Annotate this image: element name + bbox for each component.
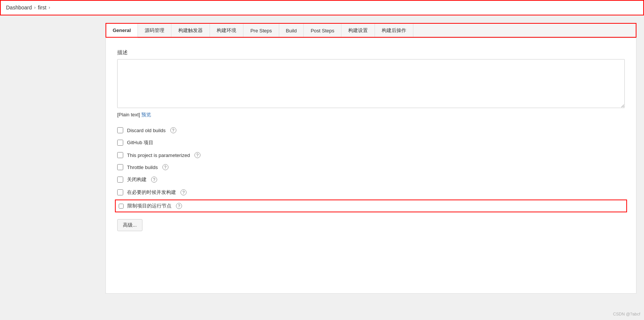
tab-pre-steps[interactable]: Pre Steps [243,23,279,38]
checkbox-row-concurrent: 在必要的时候并发构建 ? [117,189,625,196]
help-icon-concurrent[interactable]: ? [181,189,187,195]
preview-link[interactable]: 预览 [141,112,151,117]
checkboxes-section: Discard old builds ? GitHub 项目 This proj… [117,127,625,210]
tab-build-trigger[interactable]: 构建触发器 [171,23,210,38]
help-icon-close-build[interactable]: ? [151,177,157,183]
checkbox-throttle-builds[interactable] [117,164,123,170]
checkbox-label-parameterized[interactable]: This project is parameterized [127,152,190,158]
checkbox-label-github[interactable]: GitHub 项目 [127,139,153,146]
description-label: 描述 [117,49,625,56]
help-icon-restrict-node[interactable]: ? [176,203,182,209]
plain-text-label: [Plain text] [117,112,140,117]
description-textarea[interactable] [117,59,625,108]
checkbox-parameterized[interactable] [117,152,123,158]
checkbox-close-build[interactable] [117,177,123,183]
checkbox-label-restrict-node[interactable]: 限制项目的运行节点 [127,203,171,209]
tabs-container: General 源码管理 构建触发器 构建环境 Pre Steps Build … [106,23,636,38]
checkbox-github-project[interactable] [117,140,123,146]
checkbox-row-throttle: Throttle builds ? [117,164,625,170]
checkbox-row-restrict-node: 限制项目的运行节点 ? [117,202,625,210]
advanced-button[interactable]: 高级... [117,219,142,231]
checkbox-discard-old-builds[interactable] [117,127,123,133]
checkbox-row-parameterized: This project is parameterized ? [117,152,625,158]
checkbox-restrict-node[interactable] [119,204,124,209]
breadcrumb-sep-1: › [34,5,36,10]
breadcrumb-sep-2: › [49,5,50,10]
checkbox-row-discard: Discard old builds ? [117,127,625,133]
tab-post-steps[interactable]: Post Steps [304,23,341,38]
help-icon-parameterized[interactable]: ? [194,152,200,158]
checkbox-label-concurrent[interactable]: 在必要的时候并发构建 [127,189,176,196]
tab-general[interactable]: General [106,23,138,38]
breadcrumb: Dashboard › first › [0,0,644,15]
checkbox-label-throttle[interactable]: Throttle builds [127,165,158,170]
tab-build[interactable]: Build [279,23,304,38]
tab-build-env[interactable]: 构建环境 [210,23,243,38]
breadcrumb-first[interactable]: first [38,5,47,11]
checkbox-row-close-build: 关闭构建 ? [117,176,625,183]
form-content: 描述 [Plain text] 预览 Discard old builds ? … [106,38,636,294]
main-content: General 源码管理 构建触发器 构建环境 Pre Steps Build … [0,15,644,301]
checkbox-label-close-build[interactable]: 关闭构建 [127,176,147,183]
help-icon-discard[interactable]: ? [170,127,176,133]
checkbox-row-github: GitHub 项目 [117,139,625,146]
checkbox-concurrent-build[interactable] [117,189,123,195]
tab-post-build[interactable]: 构建后操作 [375,23,413,38]
breadcrumb-dashboard[interactable]: Dashboard [6,5,32,11]
help-icon-throttle[interactable]: ? [162,164,168,170]
tab-build-settings[interactable]: 构建设置 [341,23,375,38]
tab-source-mgmt[interactable]: 源码管理 [138,23,171,38]
checkbox-label-discard[interactable]: Discard old builds [127,128,166,133]
plain-text-row: [Plain text] 预览 [117,111,625,118]
